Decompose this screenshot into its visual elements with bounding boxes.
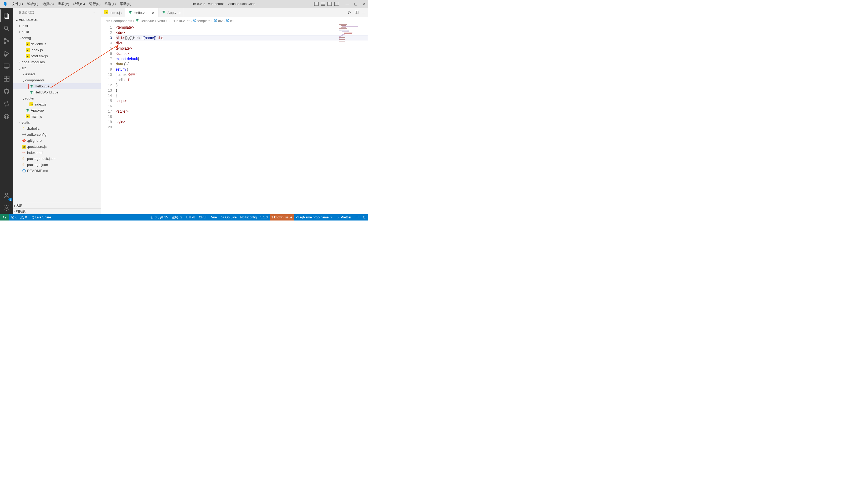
close-icon[interactable]: ✕: [362, 2, 366, 6]
known-issue-status[interactable]: 1 known issue: [270, 214, 294, 220]
menu-terminal[interactable]: 终端(T): [103, 1, 118, 7]
tagname-status[interactable]: <TagName prop-name />: [294, 214, 334, 220]
tree-file[interactable]: B.babelrc: [13, 125, 101, 131]
live-share-status[interactable]: Live Share: [29, 214, 53, 220]
toggle-primary-sidebar-icon[interactable]: [314, 2, 319, 6]
activity-settings-icon[interactable]: [0, 202, 13, 214]
tree-file[interactable]: JSdev.env.js: [13, 41, 101, 47]
code-line[interactable]: radio: '1': [116, 77, 368, 83]
version-status[interactable]: 5.1.3: [259, 214, 270, 220]
prettier-status[interactable]: Prettier: [334, 214, 353, 220]
code-line[interactable]: }: [116, 93, 368, 98]
breadcrumb-segment[interactable]: h1: [226, 19, 234, 23]
activity-search-icon[interactable]: [0, 22, 13, 35]
code-line[interactable]: <div>: [116, 30, 368, 35]
tree-file[interactable]: JSindex.js: [13, 47, 101, 53]
tree-folder[interactable]: ›.dist: [13, 23, 101, 29]
code-line[interactable]: div>: [116, 40, 368, 46]
tab-close-icon[interactable]: ✕: [152, 11, 155, 15]
activity-run-debug-icon[interactable]: [0, 47, 13, 60]
notifications-icon[interactable]: [361, 214, 368, 220]
tree-file[interactable]: .gitignore: [13, 138, 101, 144]
tree-file[interactable]: {}package-lock.json: [13, 156, 101, 162]
toggle-panel-icon[interactable]: [321, 2, 325, 6]
editor-tab[interactable]: JSindex.js: [101, 8, 125, 17]
code-content[interactable]: <template> <div> <h1>你好,Hello,{{name}}h1…: [116, 24, 368, 214]
tree-file[interactable]: .editorconfig: [13, 131, 101, 138]
project-root[interactable]: ⌄ VUE-DEMO1: [13, 17, 101, 23]
menu-view[interactable]: 查看(V): [56, 1, 71, 7]
menu-file[interactable]: 文件(F): [10, 1, 25, 7]
breadcrumb-segment[interactable]: template: [193, 19, 210, 23]
code-line[interactable]: <style >: [116, 109, 368, 114]
breadcrumb-segment[interactable]: src: [106, 19, 110, 23]
activity-forward-icon[interactable]: [0, 98, 13, 110]
activity-extensions-icon[interactable]: [0, 72, 13, 85]
explorer-more-icon[interactable]: ···: [93, 11, 97, 15]
code-line[interactable]: <template>: [116, 25, 368, 30]
menu-go[interactable]: 转到(G): [71, 1, 87, 7]
code-line[interactable]: }: [116, 83, 368, 88]
code-line[interactable]: [116, 124, 368, 130]
code-line[interactable]: <script>: [116, 51, 368, 56]
tree-folder[interactable]: ⌄router: [13, 95, 101, 101]
customize-layout-icon[interactable]: [334, 2, 339, 6]
timeline-panel-header[interactable]: › 时间线: [13, 209, 101, 214]
tree-file[interactable]: App.vue: [13, 107, 101, 113]
tree-folder[interactable]: ›node_modules: [13, 59, 101, 65]
tree-file[interactable]: README.md: [13, 168, 101, 174]
code-line[interactable]: [116, 104, 368, 109]
tree-folder[interactable]: ⌄components: [13, 77, 101, 83]
code-line[interactable]: name: '张三',: [116, 72, 368, 77]
code-line[interactable]: export default{: [116, 56, 368, 61]
code-line[interactable]: }: [116, 88, 368, 93]
problems-status[interactable]: 0 0: [9, 214, 29, 220]
toggle-secondary-sidebar-icon[interactable]: [327, 2, 332, 6]
tree-file[interactable]: HelloWorld.vue: [13, 89, 101, 95]
language-mode-status[interactable]: Vue: [209, 214, 219, 220]
go-live-status[interactable]: Go Live: [219, 214, 238, 220]
code-line[interactable]: <h1>你好,Hello,{{name}}h1>: [116, 35, 368, 40]
tree-file[interactable]: JSprod.env.js: [13, 53, 101, 59]
tree-folder[interactable]: ›assets: [13, 71, 101, 77]
cursor-position-status[interactable]: 行 3，列 35: [149, 214, 170, 220]
activity-accounts-icon[interactable]: 1: [0, 189, 13, 202]
activity-copilot-icon[interactable]: [0, 110, 13, 123]
tree-file[interactable]: Hello.vue: [13, 83, 101, 89]
maximize-icon[interactable]: ▢: [354, 2, 357, 6]
feedback-icon[interactable]: [353, 214, 361, 220]
code-line[interactable]: template>: [116, 46, 368, 51]
code-line[interactable]: data () {: [116, 61, 368, 67]
encoding-status[interactable]: UTF-8: [184, 214, 197, 220]
activity-remote-icon[interactable]: [0, 60, 13, 72]
code-line[interactable]: return {: [116, 67, 368, 72]
eol-status[interactable]: CRLF: [197, 214, 209, 220]
activity-source-control-icon[interactable]: [0, 35, 13, 47]
tsconfig-status[interactable]: No tsconfig: [238, 214, 259, 220]
breadcrumb-segment[interactable]: Hello.vue: [135, 19, 154, 23]
more-actions-icon[interactable]: ···: [362, 11, 365, 15]
menu-help[interactable]: 帮助(H): [118, 1, 133, 7]
activity-explorer-icon[interactable]: [0, 10, 13, 22]
activity-github-icon[interactable]: [0, 85, 13, 98]
minimap[interactable]: [339, 24, 368, 48]
indentation-status[interactable]: 空格: 2: [170, 214, 184, 220]
code-line[interactable]: [116, 114, 368, 119]
tree-file[interactable]: <>index.html: [13, 150, 101, 156]
code-editor[interactable]: 1234567891011121314151617181920 <templat…: [101, 24, 368, 214]
tree-file[interactable]: JS.postcssrc.js: [13, 144, 101, 150]
breadcrumb-segment[interactable]: Vetur: [157, 19, 165, 23]
editor-tab[interactable]: Hello.vue✕: [125, 8, 159, 17]
run-icon[interactable]: [347, 10, 351, 15]
code-line[interactable]: script>: [116, 98, 368, 104]
tree-file[interactable]: JSmain.js: [13, 113, 101, 120]
menu-run[interactable]: 运行(R): [87, 1, 102, 7]
remote-indicator[interactable]: [0, 214, 9, 220]
menu-selection[interactable]: 选择(S): [41, 1, 56, 7]
code-line[interactable]: style>: [116, 119, 368, 124]
tree-folder[interactable]: ›static: [13, 120, 101, 125]
breadcrumb-segment[interactable]: {}"Hello.vue": [169, 19, 189, 23]
breadcrumb-segment[interactable]: div: [214, 19, 223, 23]
tree-folder[interactable]: ⌄src: [13, 65, 101, 71]
editor-tab[interactable]: App.vue: [159, 8, 184, 17]
